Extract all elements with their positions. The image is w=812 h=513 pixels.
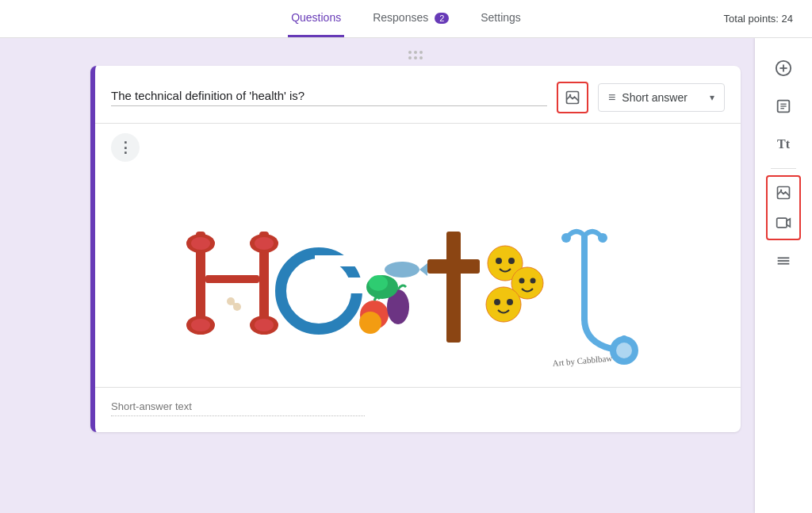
add-image-toolbar-button[interactable] xyxy=(769,178,798,207)
answer-type-label: Short answer xyxy=(622,91,703,104)
svg-point-28 xyxy=(496,258,502,264)
content-area: ≡ Short answer ▾ ⋮ xyxy=(76,38,755,513)
svg-point-34 xyxy=(494,299,500,305)
svg-point-39 xyxy=(561,233,571,243)
left-strip xyxy=(0,38,76,513)
toolbar-divider xyxy=(771,168,796,169)
svg-rect-18 xyxy=(315,255,378,266)
question-text-input[interactable] xyxy=(111,89,547,106)
svg-point-40 xyxy=(598,233,607,243)
health-svg: Art by Cabblbaw xyxy=(172,184,664,374)
svg-rect-4 xyxy=(205,275,259,283)
tab-settings-label: Settings xyxy=(481,11,521,24)
image-toolbar-icon xyxy=(776,185,791,201)
answer-type-selector[interactable]: ≡ Short answer ▾ xyxy=(598,83,725,112)
tab-settings[interactable]: Settings xyxy=(477,0,524,37)
tab-responses[interactable]: Responses 2 xyxy=(370,0,452,37)
add-section-button[interactable] xyxy=(766,243,801,278)
svg-point-29 xyxy=(508,258,515,264)
svg-point-35 xyxy=(507,299,513,305)
health-image-container: Art by Cabblbaw xyxy=(95,171,741,387)
svg-point-8 xyxy=(191,319,210,331)
three-dot-icon: ⋮ xyxy=(118,139,132,156)
section-icon xyxy=(775,252,792,270)
right-toolbar: Tt xyxy=(755,38,812,513)
svg-point-12 xyxy=(255,319,274,331)
total-points: Total points: 24 xyxy=(724,13,793,25)
drag-dot xyxy=(408,51,412,54)
question-card: ≡ Short answer ▾ ⋮ xyxy=(90,66,741,432)
media-button-group xyxy=(766,175,801,240)
add-icon xyxy=(775,59,792,77)
svg-line-15 xyxy=(231,301,237,307)
svg-rect-25 xyxy=(446,232,461,343)
drag-dot xyxy=(414,56,417,59)
svg-point-38 xyxy=(616,343,632,358)
svg-rect-51 xyxy=(777,218,787,228)
drag-dots xyxy=(408,51,423,59)
tab-questions-label: Questions xyxy=(291,11,341,24)
question-header: ≡ Short answer ▾ xyxy=(95,66,741,124)
drag-handle xyxy=(408,51,423,59)
tab-questions[interactable]: Questions xyxy=(288,0,344,37)
svg-rect-26 xyxy=(427,259,480,274)
short-answer-text-input[interactable] xyxy=(111,397,365,416)
add-image-button[interactable] xyxy=(557,82,588,113)
title-icon: Tt xyxy=(777,137,790,151)
add-video-button[interactable] xyxy=(769,209,798,237)
svg-point-31 xyxy=(519,278,525,284)
add-question-button[interactable] xyxy=(766,51,801,86)
three-dot-menu-button[interactable]: ⋮ xyxy=(111,133,140,162)
drag-dot xyxy=(414,51,417,54)
svg-point-33 xyxy=(486,287,521,322)
health-word-art: Art by Cabblbaw xyxy=(172,184,664,374)
svg-point-24 xyxy=(359,312,381,334)
responses-badge: 2 xyxy=(435,13,449,24)
tab-responses-label: Responses xyxy=(373,11,428,24)
top-navigation: Questions Responses 2 Settings Total poi… xyxy=(0,0,812,38)
add-title-button[interactable]: Tt xyxy=(766,127,801,162)
svg-point-6 xyxy=(191,237,210,250)
svg-point-23 xyxy=(385,262,419,278)
svg-text:Art by Cabblbaw: Art by Cabblbaw xyxy=(552,353,613,368)
short-answer-section xyxy=(95,387,741,432)
svg-point-22 xyxy=(369,275,388,291)
main-layout: ≡ Short answer ▾ ⋮ xyxy=(0,38,812,513)
chevron-down-icon: ▾ xyxy=(710,92,714,103)
drag-dot xyxy=(419,51,423,54)
import-icon xyxy=(775,98,792,115)
svg-point-10 xyxy=(255,237,274,250)
drag-dot xyxy=(419,56,423,59)
answer-type-icon: ≡ xyxy=(608,90,615,105)
svg-point-32 xyxy=(530,278,536,284)
svg-rect-17 xyxy=(319,278,366,293)
image-icon xyxy=(565,90,580,105)
video-icon xyxy=(776,215,791,231)
import-question-button[interactable] xyxy=(766,89,801,124)
nav-tabs: Questions Responses 2 Settings xyxy=(288,0,524,37)
drag-dot xyxy=(408,56,412,59)
